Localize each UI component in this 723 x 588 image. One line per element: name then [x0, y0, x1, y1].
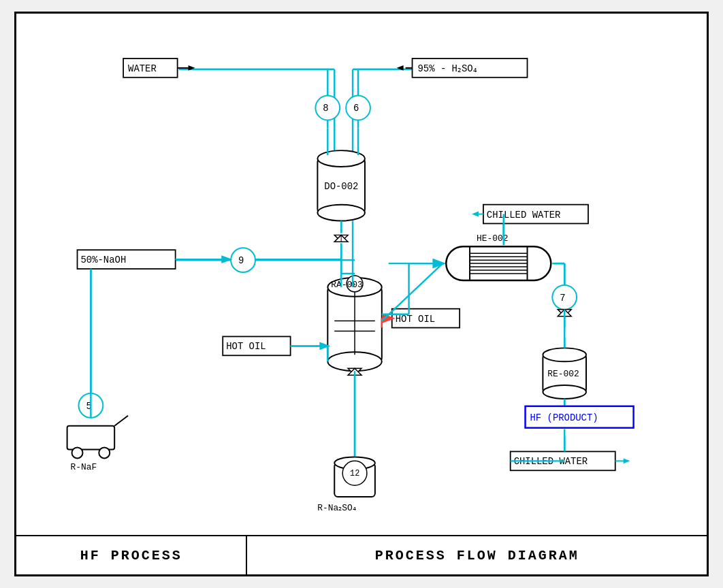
- svg-point-61: [72, 447, 83, 458]
- svg-point-62: [99, 447, 110, 458]
- svg-rect-60: [67, 426, 115, 450]
- svg-line-63: [114, 416, 128, 426]
- svg-text:50%-NaOH: 50%-NaOH: [80, 255, 126, 265]
- svg-text:6: 6: [353, 103, 359, 114]
- footer-right: PROCESS FLOW DIAGRAM: [247, 536, 707, 574]
- footer: HF PROCESS PROCESS FLOW DIAGRAM: [16, 535, 707, 574]
- svg-text:RE-002: RE-002: [547, 369, 579, 379]
- diagram-area: DO-002 M RA-003: [23, 20, 700, 534]
- svg-text:95% - H₂SO₄: 95% - H₂SO₄: [418, 63, 477, 74]
- svg-text:HF (PRODUCT): HF (PRODUCT): [530, 412, 598, 423]
- svg-text:CHILLED WATER: CHILLED WATER: [487, 210, 560, 220]
- footer-left: HF PROCESS: [16, 536, 247, 574]
- svg-text:RA-003: RA-003: [331, 280, 362, 290]
- svg-text:9: 9: [238, 255, 244, 266]
- svg-text:12: 12: [350, 469, 359, 478]
- svg-point-53: [543, 385, 586, 399]
- svg-marker-87: [472, 212, 479, 217]
- svg-text:DO-002: DO-002: [324, 181, 358, 192]
- svg-text:WATER: WATER: [128, 63, 157, 74]
- svg-marker-91: [624, 458, 630, 463]
- footer-subtitle: PROCESS FLOW DIAGRAM: [375, 548, 579, 564]
- svg-text:8: 8: [323, 103, 328, 114]
- svg-text:HOT OIL: HOT OIL: [226, 341, 266, 352]
- svg-text:7: 7: [560, 293, 565, 304]
- svg-point-24: [317, 205, 365, 221]
- svg-text:HOT OIL: HOT OIL: [396, 314, 435, 325]
- footer-title: HF PROCESS: [80, 548, 182, 564]
- outer-frame: DO-002 M RA-003: [14, 12, 709, 576]
- svg-point-52: [543, 348, 586, 361]
- svg-text:R-Na₂SO₄: R-Na₂SO₄: [317, 503, 355, 513]
- svg-text:R-NaF: R-NaF: [71, 462, 97, 472]
